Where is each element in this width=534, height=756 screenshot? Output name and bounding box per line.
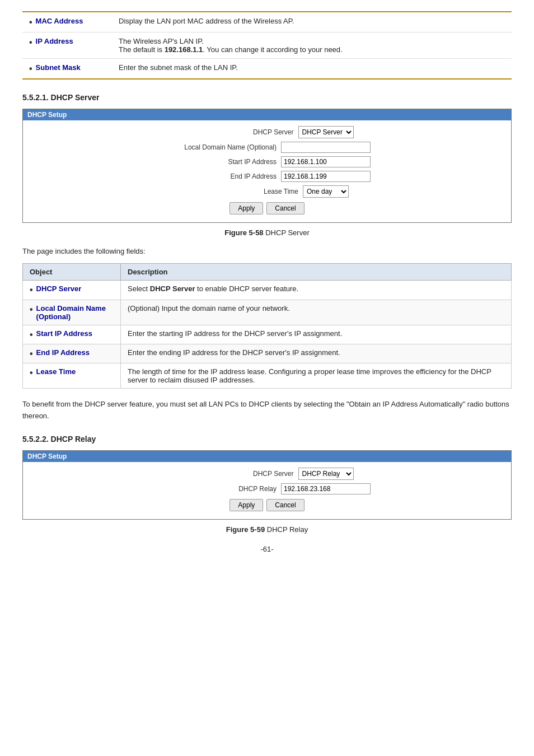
table-row: • IP Address The Wireless AP's LAN IP. T…	[22, 32, 512, 59]
figure-caption-bold-1: Figure 5-58	[224, 228, 263, 237]
dhcp-server-select-wrapper: DHCP Server DHCP Relay None	[298, 126, 354, 138]
end-ip-label: End IP Address	[163, 172, 281, 180]
ip-address-text: IP Address	[36, 37, 73, 45]
lease-time-row: Lease Time One day Half day One hour Two…	[34, 185, 500, 198]
dhcp-server-row: DHCP Server DHCP Server DHCP Relay None	[34, 126, 500, 138]
dhcp-setup-box-1: DHCP Setup DHCP Server DHCP Server DHCP …	[22, 109, 512, 223]
figure-caption-2: Figure 5-59 DHCP Relay	[22, 525, 512, 534]
bullet-dot: •	[30, 284, 33, 295]
table-row: • Subnet Mask Enter the subnet mask of t…	[22, 59, 512, 80]
mac-address-desc: Display the LAN port MAC address of the …	[112, 12, 512, 32]
subnet-mask-label: • Subnet Mask	[22, 59, 112, 80]
start-ip-input-wrapper	[281, 156, 371, 167]
dhcp-setup-header-2: DHCP Setup	[23, 451, 511, 462]
table-row: • MAC Address Display the LAN port MAC a…	[22, 12, 512, 32]
section2-heading: 5.5.2.2. DHCP Relay	[22, 435, 512, 444]
description-header: Description	[121, 264, 512, 281]
end-ip-obj: • End IP Address	[23, 344, 121, 363]
dhcp-server-bold: DHCP Server	[150, 284, 195, 293]
end-ip-desc-cell: Enter the ending IP address for the DHCP…	[121, 344, 512, 363]
apply-button-1[interactable]: Apply	[229, 202, 263, 214]
dhcp-setup-box-2: DHCP Setup DHCP Server DHCP Server DHCP …	[22, 450, 512, 520]
apply-button-2[interactable]: Apply	[229, 499, 263, 511]
table-row: • Start IP Address Enter the starting IP…	[23, 325, 512, 344]
desc-intro: The page includes the following fields:	[22, 247, 512, 255]
figure-caption-1: Figure 5-58 DHCP Server	[22, 228, 512, 237]
dhcp-relay-ip-input[interactable]	[281, 483, 371, 494]
dhcp-setup-body-2: DHCP Server DHCP Server DHCP Relay None …	[23, 462, 511, 519]
start-ip-obj: • Start IP Address	[23, 325, 121, 344]
start-ip-obj-text: Start IP Address	[36, 329, 92, 338]
ip-address-desc: The Wireless AP's LAN IP. The default is…	[112, 32, 512, 59]
dhcp-relay-ip-row: DHCP Relay	[34, 483, 500, 494]
lease-time-select[interactable]: One day Half day One hour Two hours One …	[303, 185, 349, 198]
table-row: • End IP Address Enter the ending IP add…	[23, 344, 512, 363]
bullet-dot: •	[30, 329, 33, 340]
bullet-dot: •	[29, 17, 32, 27]
desc-table-header-row: Object Description	[23, 264, 512, 281]
dhcp-server-obj: • DHCP Server	[23, 281, 121, 300]
end-ip-input-wrapper	[281, 171, 371, 182]
local-domain-desc-cell: (Optional) Input the domain name of your…	[121, 300, 512, 325]
page-number: -61-	[22, 545, 512, 553]
table-row: • Local Domain Name(Optional) (Optional)…	[23, 300, 512, 325]
end-ip-row: End IP Address	[34, 171, 500, 182]
top-info-table: • MAC Address Display the LAN port MAC a…	[22, 11, 512, 80]
table-row: • DHCP Server Select DHCP Server to enab…	[23, 281, 512, 300]
dhcp-relay-ip-label: DHCP Relay	[163, 485, 281, 493]
ip-address-desc-line1: The Wireless AP's LAN IP.	[119, 37, 204, 45]
lease-time-select-wrapper: One day Half day One hour Two hours One …	[303, 185, 349, 198]
dhcp-setup-body-1: DHCP Server DHCP Server DHCP Relay None …	[23, 120, 511, 222]
start-ip-label: Start IP Address	[163, 158, 281, 166]
end-ip-obj-text: End IP Address	[36, 348, 90, 357]
bullet-dot: •	[30, 367, 33, 378]
bullet-dot: •	[29, 37, 32, 48]
dhcp-server-field-label: DHCP Server	[181, 128, 298, 136]
mac-address-text: MAC Address	[36, 17, 83, 25]
bullet-dot: •	[29, 63, 32, 74]
lease-time-label: Lease Time	[185, 188, 303, 195]
start-ip-desc-cell: Enter the starting IP address for the DH…	[121, 325, 512, 344]
local-domain-input[interactable]	[281, 142, 371, 153]
cancel-button-2[interactable]: Cancel	[266, 499, 304, 511]
start-ip-input[interactable]	[281, 156, 371, 167]
dhcp-btn-row-2: Apply Cancel	[34, 499, 500, 511]
lease-time-obj: • Lease Time	[23, 363, 121, 388]
local-domain-row: Local Domain Name (Optional)	[34, 142, 500, 153]
object-header: Object	[23, 264, 121, 281]
local-domain-label: Local Domain Name (Optional)	[163, 143, 281, 151]
dhcp-server-select-2[interactable]: DHCP Server DHCP Relay None	[298, 468, 354, 480]
section1-heading: 5.5.2.1. DHCP Server	[22, 93, 512, 102]
dhcp-server-field-label-2: DHCP Server	[181, 470, 298, 478]
local-domain-obj: • Local Domain Name(Optional)	[23, 300, 121, 325]
lease-time-desc-cell: The length of time for the IP address le…	[121, 363, 512, 388]
mac-address-label: • MAC Address	[22, 12, 112, 32]
figure-title-1: DHCP Server	[265, 228, 310, 237]
subnet-mask-desc: Enter the subnet mask of the LAN IP.	[112, 59, 512, 80]
subnet-mask-text: Subnet Mask	[36, 63, 81, 72]
bullet-dot: •	[30, 304, 33, 315]
table-row: • Lease Time The length of time for the …	[23, 363, 512, 388]
dhcp-relay-ip-input-wrapper	[281, 483, 371, 494]
ip-address-desc-line2: The default is 192.168.1.1. You can chan…	[119, 45, 343, 54]
dhcp-setup-header-1: DHCP Setup	[23, 109, 511, 120]
dhcp-server-obj-text: DHCP Server	[36, 284, 82, 293]
dhcp-server-select-wrapper-2: DHCP Server DHCP Relay None	[298, 468, 354, 480]
dhcp-server-desc-cell: Select DHCP Server to enable DHCP server…	[121, 281, 512, 300]
local-domain-input-wrapper	[281, 142, 371, 153]
end-ip-input[interactable]	[281, 171, 371, 182]
desc-table: Object Description • DHCP Server Select …	[22, 263, 512, 389]
local-domain-obj-text: Local Domain Name(Optional)	[36, 304, 106, 321]
dhcp-btn-row-1: Apply Cancel	[34, 202, 500, 214]
dhcp-server-row-2: DHCP Server DHCP Server DHCP Relay None	[34, 468, 500, 480]
ip-address-label: • IP Address	[22, 32, 112, 59]
figure-title-2: DHCP Relay	[267, 525, 308, 534]
figure-caption-bold-2: Figure 5-59	[226, 525, 265, 534]
start-ip-row: Start IP Address	[34, 156, 500, 167]
footer-para: To benefit from the DHCP server feature,…	[22, 399, 512, 422]
bullet-dot: •	[30, 348, 33, 359]
dhcp-server-select[interactable]: DHCP Server DHCP Relay None	[298, 126, 354, 138]
cancel-button-1[interactable]: Cancel	[266, 202, 304, 214]
lease-time-obj-text: Lease Time	[36, 367, 76, 376]
